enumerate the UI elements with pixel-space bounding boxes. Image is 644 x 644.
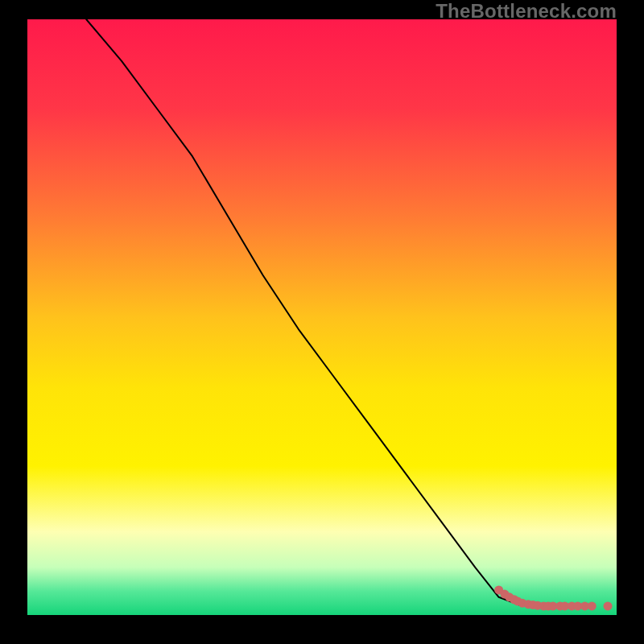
gradient-background: [27, 19, 617, 615]
data-point: [604, 601, 613, 610]
chart-svg: [27, 19, 617, 615]
data-point: [588, 601, 597, 610]
chart-frame: [27, 19, 617, 615]
